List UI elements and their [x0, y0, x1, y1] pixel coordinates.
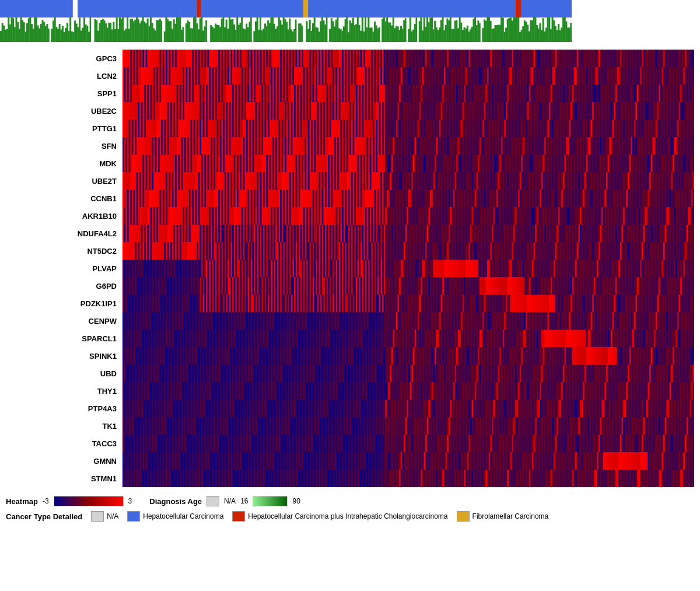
legend-na-label: N/A [107, 512, 118, 520]
legend-row1: Heatmap -3 3 Diagnosis Age N/A 16 90 [6, 496, 700, 506]
legend-hcc-box [127, 511, 140, 522]
heatmap-canvas-container [123, 50, 694, 487]
age-na-label: N/A [224, 497, 236, 505]
legend-na-box [91, 511, 104, 522]
gene-label-gpc3: GPC3 [0, 50, 123, 67]
gene-label-ccnb1: CCNB1 [0, 190, 123, 207]
age-min-value: 16 [240, 497, 248, 505]
gene-label-tacc3: TACC3 [0, 435, 123, 452]
heatmap-max-value: 3 [128, 497, 132, 505]
gene-label-plvap: PLVAP [0, 260, 123, 277]
legend-fibro-box [457, 511, 470, 522]
gene-label-nt5dc2: NT5DC2 [0, 242, 123, 260]
gene-label-ube2c: UBE2C [0, 102, 123, 120]
main-container: Cancer Type Detailed Diagnosis Age GPC3L… [0, 0, 700, 522]
gene-label-spp1: SPP1 [0, 85, 123, 102]
diagnosis-age-track-row: Diagnosis Age [0, 18, 700, 44]
age-na-box [206, 496, 219, 506]
gene-label-g6pd: G6PD [0, 277, 123, 295]
heatmap-legend-label: Heatmap [6, 497, 38, 506]
legend-item-hcc-plus: Hepatocellular Carcinoma plus Intrahepat… [232, 511, 447, 522]
gene-label-cenpw: CENPW [0, 312, 123, 330]
age-max-value: 90 [292, 497, 300, 505]
gene-label-mdk: MDK [0, 155, 123, 172]
gene-label-ndufa4l2: NDUFA4L2 [0, 225, 123, 242]
age-legend-label: Diagnosis Age [149, 497, 202, 506]
gene-label-thy1: THY1 [0, 382, 123, 400]
legend-section: Heatmap -3 3 Diagnosis Age N/A 16 90 Can… [0, 496, 700, 522]
gene-label-sfn: SFN [0, 137, 123, 155]
legend-heatmap: Heatmap -3 3 [6, 496, 132, 506]
gene-labels: GPC3LCN2SPP1UBE2CPTTG1SFNMDKUBE2TCCNB1AK… [0, 50, 123, 487]
legend-age: Diagnosis Age N/A 16 90 [149, 496, 300, 506]
diagnosis-age-track-content [0, 18, 700, 44]
legend-item-fibro: Fibrolamellar Carcinoma [457, 511, 549, 522]
legend-hcc-label: Hepatocellular Carcinoma [143, 512, 223, 520]
legend-row2: Cancer Type Detailed N/A Hepatocellular … [6, 511, 700, 522]
gene-label-ubd: UBD [0, 365, 123, 382]
gene-label-spink1: SPINK1 [0, 347, 123, 365]
legend-item-na: N/A [91, 511, 118, 522]
diagnosis-age-canvas [0, 18, 572, 44]
gene-label-ptp4a3: PTP4A3 [0, 400, 123, 417]
cancer-type-track-content [0, 0, 700, 18]
heatmap-min-value: -3 [43, 497, 49, 505]
gene-label-stmn1: STMN1 [0, 470, 123, 487]
age-gradient [253, 496, 288, 506]
gene-label-ube2t: UBE2T [0, 172, 123, 190]
gene-label-lcn2: LCN2 [0, 67, 123, 85]
cancer-type-canvas [0, 0, 572, 18]
legend-fibro-label: Fibrolamellar Carcinoma [473, 512, 549, 520]
heatmap-gradient [54, 496, 124, 506]
gene-label-sparcl1: SPARCL1 [0, 330, 123, 347]
gene-label-akr1b10: AKR1B10 [0, 207, 123, 225]
legend-hcc-plus-label: Hepatocellular Carcinoma plus Intrahepat… [248, 512, 447, 520]
gene-label-pttg1: PTTG1 [0, 120, 123, 137]
heatmap-canvas [123, 50, 694, 487]
legend-item-hcc: Hepatocellular Carcinoma [127, 511, 223, 522]
cancer-type-legend-label: Cancer Type Detailed [6, 512, 82, 521]
cancer-type-track-row: Cancer Type Detailed [0, 0, 700, 18]
gene-label-tk1: TK1 [0, 417, 123, 435]
heatmap-section: GPC3LCN2SPP1UBE2CPTTG1SFNMDKUBE2TCCNB1AK… [0, 50, 700, 487]
gene-label-gmnn: GMNN [0, 452, 123, 470]
legend-hcc-plus-box [232, 511, 245, 522]
gene-label-pdzk1ip1: PDZK1IP1 [0, 295, 123, 312]
